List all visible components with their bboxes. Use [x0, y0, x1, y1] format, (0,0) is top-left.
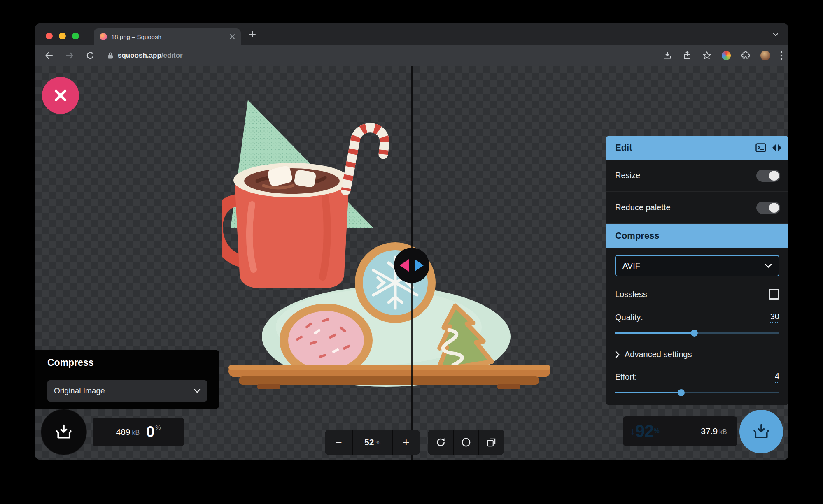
lossless-label: Lossless: [615, 290, 647, 299]
menu-dots-icon[interactable]: [780, 51, 783, 60]
resize-toggle[interactable]: [756, 170, 780, 182]
compressed-result-badge: ↓92% 37.9kB: [623, 416, 737, 446]
toggle-background-button[interactable]: [479, 430, 504, 455]
slider-thumb[interactable]: [691, 330, 698, 337]
chevron-right-icon: [615, 351, 620, 358]
slider-fill: [615, 332, 694, 334]
lossless-checkbox[interactable]: [769, 289, 779, 300]
quality-value[interactable]: 30: [770, 312, 779, 323]
overlay-squares-icon: [486, 437, 497, 448]
new-tab-button[interactable]: [246, 28, 259, 41]
bookmark-star-icon[interactable]: [702, 51, 712, 60]
back-icon[interactable]: [44, 51, 54, 60]
tab-title: 18.png – Squoosh: [111, 33, 229, 40]
down-arrow-icon: ↓: [630, 425, 635, 437]
original-size-unit: kB: [132, 429, 140, 436]
download-icon: [752, 423, 770, 441]
compare-handle[interactable]: [394, 248, 429, 283]
extensions-puzzle-icon[interactable]: [741, 51, 751, 60]
minimize-window-button[interactable]: [59, 33, 66, 39]
profile-avatar[interactable]: [760, 51, 770, 60]
install-app-icon[interactable]: [662, 51, 672, 60]
effort-value[interactable]: 4: [775, 372, 779, 383]
toggle-knob: [769, 171, 779, 181]
cli-terminal-icon[interactable]: [755, 143, 766, 152]
pixel-ratio-button[interactable]: [454, 430, 478, 455]
original-compress-panel: Compress Original Image: [35, 350, 219, 409]
savings-badge: ↓92%: [623, 416, 690, 446]
edit-panel: Edit Resize Reduce palette C: [606, 136, 788, 405]
effort-slider[interactable]: [615, 389, 779, 396]
zoom-level[interactable]: 52 %: [353, 430, 392, 455]
reduce-palette-label: Reduce palette: [615, 203, 671, 212]
forward-icon[interactable]: [65, 51, 75, 60]
savings-unit: %: [654, 427, 660, 435]
url-path: /editor: [161, 51, 183, 59]
download-icon: [55, 423, 73, 441]
compare-arrows-icon: [399, 257, 424, 274]
original-size-badge: 489kB 0%: [93, 418, 184, 446]
preview-image: [222, 97, 556, 395]
tab-search-chevron-icon[interactable]: [770, 29, 781, 40]
share-icon[interactable]: [682, 51, 692, 60]
rotate-button[interactable]: [428, 430, 453, 455]
codec-select[interactable]: AVIF: [615, 255, 779, 276]
advanced-settings-toggle[interactable]: Advanced settings: [615, 350, 779, 359]
extension-colorwheel-icon[interactable]: [722, 51, 731, 60]
tab-close-icon[interactable]: [229, 34, 235, 39]
view-controls: [428, 430, 504, 455]
reduce-palette-toggle[interactable]: [756, 202, 780, 214]
lossless-row: Lossless: [615, 289, 779, 300]
zoom-value: 52: [364, 437, 374, 447]
reload-icon[interactable]: [85, 51, 95, 60]
original-image-value: Original Image: [54, 386, 105, 395]
chevron-down-icon: [194, 389, 201, 393]
split-view-icon[interactable]: [772, 144, 782, 152]
quality-slider[interactable]: [615, 330, 779, 337]
resize-row: Resize: [606, 160, 788, 192]
zoom-in-button[interactable]: +: [393, 430, 420, 455]
slider-thumb[interactable]: [678, 389, 685, 396]
compress-title: Compress: [615, 230, 660, 241]
zoom-unit: %: [375, 439, 380, 446]
circle-icon: [461, 437, 471, 448]
close-window-button[interactable]: [46, 33, 53, 39]
compressed-size-unit: kB: [719, 428, 727, 435]
download-compressed-button[interactable]: [739, 410, 783, 453]
tab-strip: 18.png – Squoosh: [35, 23, 788, 45]
rotate-icon: [435, 437, 446, 448]
download-original-button[interactable]: [41, 409, 87, 455]
lock-icon: [107, 51, 114, 60]
quality-label: Quality:: [615, 313, 643, 322]
original-delta-unit: %: [155, 424, 161, 431]
effort-row: Effort: 4: [615, 372, 779, 383]
slider-fill: [615, 392, 681, 393]
effort-label: Effort:: [615, 372, 637, 382]
edit-title: Edit: [615, 142, 632, 153]
toggle-knob: [769, 203, 779, 213]
address-bar[interactable]: squoosh.app/editor: [107, 51, 183, 60]
reduce-palette-row: Reduce palette: [606, 192, 788, 224]
compressed-size-value: 37.9: [701, 426, 718, 436]
compress-options: AVIF Lossless Quality: 30: [606, 248, 788, 405]
chevron-down-icon: [765, 263, 772, 268]
browser-tab[interactable]: 18.png – Squoosh: [94, 28, 241, 45]
close-editor-button[interactable]: [42, 77, 79, 114]
compress-panel-header: Compress: [606, 224, 788, 248]
original-image-select[interactable]: Original Image: [47, 380, 207, 402]
compressed-size: 37.9kB: [690, 426, 737, 436]
close-icon: [53, 88, 68, 103]
resize-label: Resize: [615, 171, 640, 180]
browser-window: 18.png – Squoosh: [35, 23, 788, 460]
codec-value: AVIF: [622, 261, 640, 271]
original-size-value: 489: [116, 427, 130, 437]
savings-value: 92: [635, 421, 654, 441]
original-panel-title: Compress: [35, 350, 219, 374]
advanced-settings-label: Advanced settings: [625, 350, 692, 359]
zoom-controls: − 52 % +: [325, 430, 420, 455]
edit-panel-header: Edit: [606, 136, 788, 160]
zoom-out-button[interactable]: −: [325, 430, 352, 455]
original-delta-value: 0: [146, 423, 154, 440]
squoosh-canvas: Edit Resize Reduce palette C: [35, 66, 788, 460]
fullscreen-window-button[interactable]: [72, 33, 79, 39]
